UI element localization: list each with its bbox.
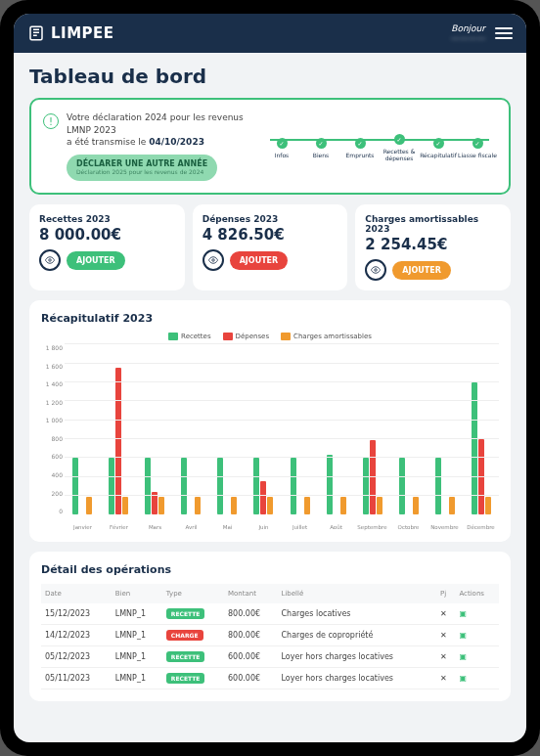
- brand-logo: LIMPEE: [27, 24, 114, 42]
- bar-group: [464, 344, 499, 514]
- bar: [435, 458, 441, 514]
- bar: [181, 458, 187, 514]
- bar: [413, 497, 419, 514]
- check-icon: ✓: [433, 138, 444, 149]
- bar-group: [282, 344, 317, 514]
- svg-point-3: [375, 269, 378, 272]
- bar-group: [101, 344, 136, 514]
- table-header-row: DateBienTypeMontantLibelléPjActions: [41, 584, 499, 603]
- bar-chart: 1 8001 6001 4001 2001 0008006004002000 J…: [41, 344, 499, 530]
- bar: [377, 497, 382, 514]
- step[interactable]: ✓Emprunts: [340, 138, 380, 159]
- close-icon[interactable]: ✕: [440, 609, 447, 618]
- add-button[interactable]: AJOUTER: [67, 251, 125, 270]
- topbar: LIMPEE Bonjour ————: [14, 14, 526, 53]
- username: ————: [450, 33, 485, 43]
- bar: [115, 368, 121, 514]
- bar: [253, 458, 259, 514]
- operations-table: DateBienTypeMontantLibelléPjActions 15/1…: [41, 584, 499, 689]
- bar-group: [137, 344, 172, 514]
- bar: [327, 455, 333, 514]
- bar-group: [65, 344, 100, 514]
- action-icon[interactable]: ▣: [459, 674, 467, 683]
- chart-legend: RecettesDépensesCharges amortissables: [41, 333, 499, 340]
- bar: [370, 440, 376, 514]
- close-icon[interactable]: ✕: [440, 631, 447, 640]
- bar: [363, 458, 369, 514]
- bar: [217, 458, 223, 514]
- bar: [231, 497, 237, 514]
- action-icon[interactable]: ▣: [459, 652, 467, 661]
- step[interactable]: ✓Récapitulatif: [419, 138, 458, 159]
- greeting: Bonjour: [450, 23, 485, 33]
- table-row: 14/12/2023LMNP_1CHARGE800.00€Charges de …: [41, 625, 499, 646]
- bar-group: [428, 344, 463, 514]
- bar-group: [391, 344, 427, 514]
- close-icon[interactable]: ✕: [440, 674, 447, 683]
- kpi-card: Dépenses 20234 826.50€AJOUTER: [193, 204, 348, 290]
- table-row: 05/12/2023LMNP_1RECETTE600.00€Loyer hors…: [41, 646, 499, 668]
- kpi-card: Charges amortissables 20232 254.45€AJOUT…: [355, 204, 511, 290]
- check-icon: ✓: [277, 138, 288, 149]
- check-icon: ✓: [394, 134, 405, 145]
- info-icon: !: [43, 113, 59, 129]
- add-button[interactable]: AJOUTER: [392, 261, 451, 280]
- check-icon: ✓: [472, 138, 483, 149]
- kpi-row: Recettes 20238 000.00€AJOUTERDépenses 20…: [29, 204, 511, 290]
- close-icon[interactable]: ✕: [440, 652, 447, 661]
- page-title: Tableau de bord: [29, 65, 511, 88]
- menu-icon[interactable]: [495, 27, 513, 39]
- kpi-card: Recettes 20238 000.00€AJOUTER: [29, 204, 185, 290]
- svg-point-2: [211, 259, 214, 262]
- recap-title: Récapitulatif 2023: [41, 312, 499, 325]
- svg-point-1: [49, 259, 52, 262]
- y-axis: 1 8001 6001 4001 2001 0008006004002000: [41, 344, 63, 514]
- step[interactable]: ✓Biens: [301, 138, 340, 159]
- detail-card: Détail des opérations DateBienTypeMontan…: [29, 552, 511, 701]
- declaration-banner: ! Votre déclaration 2024 pour les revenu…: [29, 98, 511, 195]
- bar: [399, 458, 405, 514]
- bar: [449, 497, 455, 514]
- table-row: 15/12/2023LMNP_1RECETTE800.00€Charges lo…: [41, 603, 499, 625]
- bar-group: [246, 344, 281, 514]
- plot-area: [65, 344, 499, 514]
- step[interactable]: ✓Recettes & dépenses: [380, 134, 419, 161]
- progress-steps: ✓Infos✓Biens✓Emprunts✓Recettes & dépense…: [262, 130, 497, 161]
- bar: [267, 497, 273, 514]
- bar: [260, 481, 266, 514]
- bar-group: [209, 344, 245, 514]
- bar: [195, 497, 201, 514]
- bar: [72, 458, 78, 514]
- step[interactable]: ✓Infos: [262, 138, 301, 159]
- bar: [145, 458, 151, 514]
- check-icon: ✓: [355, 138, 366, 149]
- recap-card: Récapitulatif 2023 RecettesDépensesCharg…: [29, 300, 511, 542]
- bar: [291, 458, 296, 514]
- declare-other-year-button[interactable]: DÉCLARER UNE AUTRE ANNÉE Déclaration 202…: [67, 155, 217, 181]
- eye-icon[interactable]: [202, 249, 224, 271]
- detail-title: Détail des opérations: [41, 563, 499, 576]
- action-icon[interactable]: ▣: [459, 609, 467, 618]
- eye-icon[interactable]: [365, 259, 386, 281]
- bar: [340, 497, 346, 514]
- bar-group: [319, 344, 354, 514]
- bar: [86, 497, 92, 514]
- add-button[interactable]: AJOUTER: [230, 251, 289, 270]
- bar-group: [355, 344, 390, 514]
- step[interactable]: ✓Liasse fiscale: [458, 138, 497, 159]
- action-icon[interactable]: ▣: [459, 631, 467, 640]
- eye-icon[interactable]: [39, 249, 61, 271]
- check-icon: ✓: [316, 138, 327, 149]
- bar: [304, 497, 310, 514]
- bar: [109, 458, 114, 514]
- bar: [122, 497, 128, 514]
- bar-group: [173, 344, 208, 514]
- bar: [158, 497, 164, 514]
- table-row: 05/11/2023LMNP_1RECETTE600.00€Loyer hors…: [41, 668, 499, 689]
- bar: [485, 497, 491, 514]
- x-axis: JanvierFévrierMarsAvrilMaiJuinJuilletAoû…: [65, 524, 499, 530]
